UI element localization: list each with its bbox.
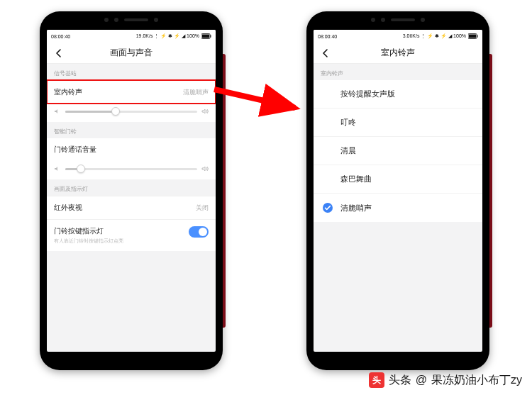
back-button[interactable] bbox=[316, 43, 335, 63]
phone-sensors bbox=[306, 18, 489, 22]
ringtone-option[interactable]: 清脆哨声 bbox=[314, 193, 482, 222]
status-time: 08:00:40 bbox=[51, 34, 70, 39]
battery-icon bbox=[201, 33, 211, 39]
page-title: 室内铃声 bbox=[381, 47, 415, 59]
ringtone-option[interactable]: 按铃提醒女声版 bbox=[314, 80, 482, 108]
led-indicator-row[interactable]: 门铃按键指示灯 有人靠近门铃时按键指示灯点亮 bbox=[47, 219, 216, 251]
status-right: 3.06K/s ⋮ ⚡ ✱ ⚡ ◢ 100% bbox=[403, 33, 478, 39]
ringtone-option[interactable]: 叮咚 bbox=[314, 108, 482, 136]
call-volume-row: 门铃通话音量 bbox=[47, 138, 216, 161]
ringtone-list: 按铃提醒女声版叮咚清晨森巴舞曲清脆哨声 bbox=[314, 80, 482, 222]
indoor-ringtone-value: 清脆哨声 bbox=[183, 88, 209, 97]
ringtone-list-content: 室内铃声 按铃提醒女声版叮咚清晨森巴舞曲清脆哨声 bbox=[314, 64, 482, 352]
section-header-base: 信号基站 bbox=[47, 64, 216, 80]
ringtone-option-label: 叮咚 bbox=[340, 117, 356, 128]
page-title: 画面与声音 bbox=[110, 47, 153, 59]
ringtone-volume-slider-row bbox=[47, 104, 216, 122]
ringtone-option-label: 按铃提醒女声版 bbox=[340, 89, 395, 99]
watermark-prefix: 头条 bbox=[389, 373, 411, 388]
ringtone-option-label: 清晨 bbox=[340, 145, 356, 156]
volume-low-icon bbox=[54, 165, 61, 172]
volume-high-icon bbox=[201, 108, 209, 115]
ir-night-row[interactable]: 红外夜视 关闭 bbox=[47, 196, 216, 219]
volume-high-icon bbox=[201, 165, 209, 172]
back-button[interactable] bbox=[50, 43, 68, 63]
screen-right: 08:00:40 3.06K/s ⋮ ⚡ ✱ ⚡ ◢ 100% 室内铃声 室内铃… bbox=[314, 30, 482, 352]
call-volume-slider[interactable] bbox=[54, 165, 209, 172]
ringtone-option[interactable]: 清晨 bbox=[314, 136, 482, 165]
chevron-left-icon bbox=[320, 48, 331, 59]
ringtone-volume-slider[interactable] bbox=[54, 108, 209, 115]
screen-left: 08:00:40 19.0K/s ⋮ ⚡ ✱ ⚡ ◢ 100% 画面与声音 信号… bbox=[47, 30, 216, 352]
led-indicator-label: 门铃按键指示灯 bbox=[54, 226, 123, 236]
led-indicator-hint: 有人靠近门铃时按键指示灯点亮 bbox=[54, 238, 123, 245]
phone-mockup-right: 08:00:40 3.06K/s ⋮ ⚡ ✱ ⚡ ◢ 100% 室内铃声 室内铃… bbox=[306, 11, 489, 370]
indoor-ringtone-row[interactable]: 室内铃声 清脆哨声 bbox=[47, 80, 216, 104]
ringtone-option[interactable]: 森巴舞曲 bbox=[314, 165, 482, 193]
section-header-ringtones: 室内铃声 bbox=[314, 64, 482, 80]
battery-icon bbox=[468, 33, 478, 39]
settings-content: 信号基站 室内铃声 清脆哨声 智能门铃 门铃通话音量 bbox=[47, 64, 216, 352]
ringtone-option-label: 清脆哨声 bbox=[340, 203, 372, 213]
status-right: 19.0K/s ⋮ ⚡ ✱ ⚡ ◢ 100% bbox=[136, 33, 211, 39]
volume-low-icon bbox=[54, 108, 61, 115]
phone-sensors bbox=[40, 18, 223, 22]
navbar: 室内铃声 bbox=[314, 43, 482, 64]
led-indicator-switch[interactable] bbox=[189, 226, 209, 238]
svg-rect-4 bbox=[469, 35, 476, 38]
svg-line-7 bbox=[214, 89, 295, 108]
svg-rect-5 bbox=[477, 35, 477, 37]
watermark-name: 果冻奶油小布丁zy bbox=[431, 373, 522, 388]
svg-rect-1 bbox=[202, 35, 209, 38]
ir-night-label: 红外夜视 bbox=[54, 203, 82, 213]
radio-checked-icon bbox=[322, 202, 333, 213]
navbar: 画面与声音 bbox=[47, 43, 216, 64]
toutiao-logo-icon: 头 bbox=[369, 372, 384, 388]
phone-mockup-left: 08:00:40 19.0K/s ⋮ ⚡ ✱ ⚡ ◢ 100% 画面与声音 信号… bbox=[40, 11, 223, 370]
section-header-doorbell: 智能门铃 bbox=[47, 122, 216, 138]
ir-night-value: 关闭 bbox=[196, 204, 209, 213]
status-bar: 08:00:40 19.0K/s ⋮ ⚡ ✱ ⚡ ◢ 100% bbox=[47, 30, 216, 43]
section-header-display: 画面及指示灯 bbox=[47, 179, 216, 196]
status-bar: 08:00:40 3.06K/s ⋮ ⚡ ✱ ⚡ ◢ 100% bbox=[314, 30, 482, 43]
watermark: 头 头条 @ 果冻奶油小布丁zy bbox=[369, 372, 522, 388]
status-time: 08:00:40 bbox=[318, 34, 337, 39]
svg-rect-2 bbox=[210, 35, 211, 37]
indoor-ringtone-label: 室内铃声 bbox=[54, 87, 82, 97]
ringtone-option-label: 森巴舞曲 bbox=[340, 174, 372, 184]
chevron-left-icon bbox=[53, 48, 65, 59]
watermark-at: @ bbox=[416, 374, 427, 386]
call-volume-slider-row bbox=[47, 161, 216, 179]
call-volume-label: 门铃通话音量 bbox=[54, 145, 96, 155]
